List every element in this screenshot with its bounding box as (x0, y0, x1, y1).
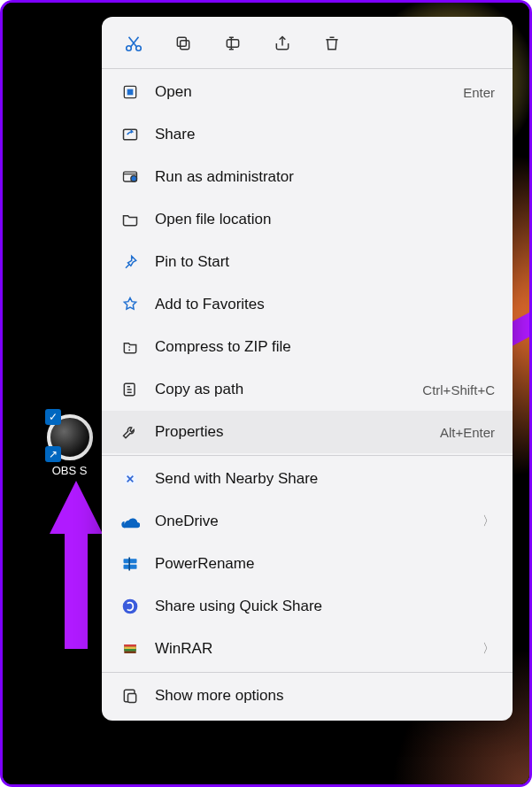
shortcut-overlay-icon: ↗ (45, 446, 61, 462)
menu-label: WinRAR (155, 640, 468, 658)
menu-label: Properties (155, 423, 426, 441)
delete-icon (321, 33, 343, 54)
svg-point-9 (131, 175, 137, 181)
menu-item-open-location[interactable]: Open file location (102, 198, 513, 241)
menu-item-powerrename[interactable]: PowerRename (102, 543, 513, 585)
menu-label: Compress to ZIP file (155, 338, 495, 356)
menu-label: Show more options (155, 687, 495, 705)
svg-rect-14 (128, 558, 130, 571)
open-icon (120, 81, 141, 103)
cut-button[interactable] (121, 31, 146, 56)
menu-item-zip[interactable]: Compress to ZIP file (102, 326, 513, 368)
screenshot-frame: ✓ ↗ OBS S (0, 0, 532, 787)
shield-icon (120, 166, 141, 188)
copy-path-icon (120, 379, 141, 400)
svg-rect-18 (124, 647, 135, 650)
chevron-right-icon: 〉 (482, 513, 495, 529)
desktop-icon-obs[interactable]: ✓ ↗ OBS S (45, 414, 94, 477)
annotation-arrow-small (27, 481, 107, 649)
menu-item-favorites[interactable]: Add to Favorites (102, 283, 513, 326)
svg-rect-3 (177, 37, 186, 46)
separator (102, 672, 513, 673)
chevron-right-icon: 〉 (482, 641, 495, 657)
menu-item-winrar[interactable]: WinRAR 〉 (102, 628, 513, 670)
svg-rect-19 (124, 649, 135, 652)
menu-label: Share using Quick Share (155, 598, 495, 615)
menu-label: OneDrive (155, 513, 468, 530)
nearby-share-icon (120, 468, 141, 490)
menu-item-onedrive[interactable]: OneDrive 〉 (102, 500, 513, 543)
rename-icon (222, 33, 243, 54)
menu-item-more-options[interactable]: Show more options (102, 675, 513, 717)
menu-item-quick-share[interactable]: Share using Quick Share (102, 585, 513, 628)
menu-item-run-admin[interactable]: Run as administrator (102, 156, 513, 198)
menu-accel: Alt+Enter (440, 425, 495, 440)
rename-button[interactable] (220, 31, 245, 56)
more-options-icon (120, 685, 141, 706)
obs-app-icon: ✓ ↗ (47, 414, 93, 460)
svg-point-0 (127, 46, 132, 51)
menu-label: Copy as path (155, 381, 408, 398)
selection-check-icon: ✓ (45, 409, 61, 425)
powerrename-icon (120, 553, 141, 575)
star-icon (120, 294, 141, 315)
menu-label: Run as administrator (155, 168, 495, 186)
menu-label: PowerRename (155, 555, 495, 573)
wrench-icon (120, 421, 141, 443)
copy-button[interactable] (171, 31, 196, 56)
cut-icon (123, 33, 144, 54)
pin-icon (120, 251, 141, 273)
menu-label: Pin to Start (155, 253, 495, 271)
separator (102, 68, 513, 69)
svg-rect-17 (124, 644, 135, 647)
winrar-icon (120, 638, 141, 660)
svg-rect-7 (124, 129, 137, 140)
svg-rect-2 (181, 41, 189, 50)
copy-icon (173, 33, 194, 54)
menu-item-pin[interactable]: Pin to Start (102, 241, 513, 283)
menu-item-copy-path[interactable]: Copy as path Ctrl+Shift+C (102, 368, 513, 411)
separator (102, 455, 513, 456)
svg-rect-6 (127, 89, 134, 96)
share-arrow-icon (120, 124, 141, 145)
onedrive-icon (120, 511, 141, 532)
context-menu-toolbar (102, 22, 513, 66)
share-button-top[interactable] (270, 31, 295, 56)
svg-rect-21 (128, 694, 136, 703)
folder-icon (120, 209, 141, 230)
quick-share-icon (120, 596, 141, 617)
menu-accel: Ctrl+Shift+C (422, 382, 495, 397)
menu-label: Open (155, 83, 449, 101)
menu-item-open[interactable]: Open Enter (102, 71, 513, 113)
svg-point-15 (123, 599, 138, 614)
menu-item-nearby-share[interactable]: Send with Nearby Share (102, 458, 513, 500)
delete-button[interactable] (320, 31, 344, 56)
svg-point-1 (136, 46, 142, 51)
share-icon (272, 33, 293, 54)
svg-rect-4 (227, 40, 238, 47)
menu-label: Open file location (155, 211, 495, 228)
menu-item-share[interactable]: Share (102, 113, 513, 156)
menu-accel: Enter (463, 85, 495, 100)
desktop-icon-label: OBS S (45, 464, 94, 477)
menu-label: Share (155, 126, 495, 143)
zip-icon (120, 336, 141, 358)
menu-item-properties[interactable]: Properties Alt+Enter (102, 411, 513, 453)
menu-label: Send with Nearby Share (155, 470, 495, 488)
menu-label: Add to Favorites (155, 296, 495, 313)
context-menu: Open Enter Share Run as administrator Op… (102, 17, 513, 721)
